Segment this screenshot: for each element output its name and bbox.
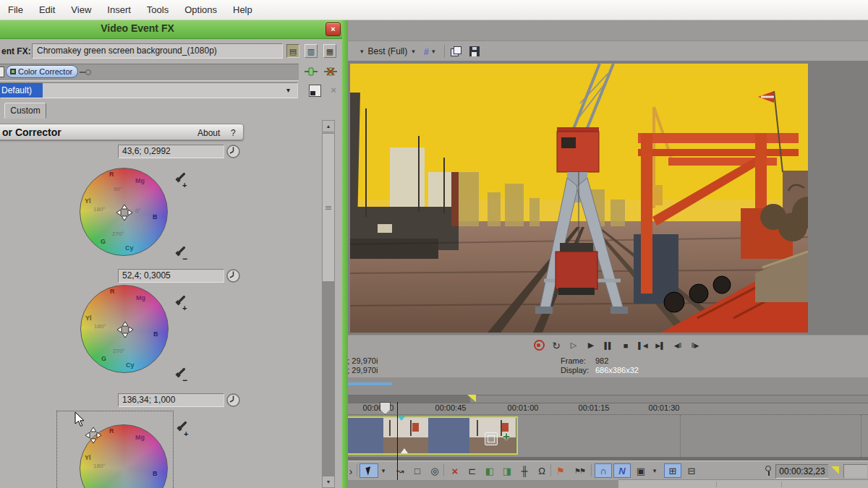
scrollbar-thumb[interactable] [322,133,335,282]
record-button[interactable] [531,338,548,353]
play-button[interactable]: ▶ [583,338,600,353]
wheel-crosshair[interactable] [116,321,134,338]
layout-two-column-button[interactable]: ▥ [305,44,318,58]
quality-dropdown-icon[interactable]: ▾ [409,48,418,55]
play-from-start-button[interactable]: ▷ [566,338,582,353]
mid-color-wheel[interactable]: R Mg B Cy G Yl 180° 270° [80,285,169,373]
lock-envelopes-button[interactable]: N [613,463,631,478]
delete-preset-button[interactable]: × [327,83,340,98]
dialog-titlebar[interactable]: Video Event FX × [0,20,342,39]
go-to-start-button[interactable]: ▌◀ [635,338,652,353]
enable-snapping-button[interactable]: ∩ [595,463,612,478]
low-wheel-value-field[interactable]: 43,6; 0,2992 [118,145,224,158]
layout-three-column-button[interactable]: ▦ [323,44,336,58]
tab-custom[interactable]: Custom [4,103,46,119]
lock-event-button[interactable]: Ω [534,463,550,478]
wheel-degree-180: 180° [93,463,106,469]
fade-handle[interactable] [401,448,408,453]
low-color-wheel[interactable]: R Mg B Cy G Yl 90° 180° 0° 270° [80,168,168,256]
plugin-header-title: or Corrector [2,127,61,138]
menu-view[interactable]: View [63,4,99,15]
add-plugin-button[interactable] [303,64,318,79]
save-snapshot-icon[interactable] [469,46,480,56]
delete-button[interactable]: × [447,463,463,478]
wheel-degree-0: 0° [135,207,141,214]
mid-eyedropper-subtract[interactable]: − [172,366,188,385]
ignore-event-grouping-button[interactable]: ⊞ [664,463,681,478]
split-button[interactable]: ╫ [516,463,532,478]
help-button[interactable]: ? [231,128,236,138]
trim-end-button[interactable]: ◨ [499,463,515,478]
wheel-crosshair[interactable] [116,204,133,221]
preset-selected-text[interactable]: Default) [0,83,43,98]
stop-button[interactable]: ■ [618,338,634,353]
marker-tool-button[interactable] [762,463,774,478]
low-eyedropper-subtract[interactable]: − [172,244,188,263]
high-wheel-value-field[interactable]: 136,34; 1,000 [118,393,224,407]
video-event-clip[interactable]: + [340,416,518,455]
wheel-crosshair[interactable] [85,427,102,444]
copy-snapshot-icon[interactable] [451,46,462,56]
event-pan-crop-button[interactable] [485,432,498,445]
scroll-down-button[interactable]: ▼ [322,476,335,488]
paste-event-attributes-button[interactable]: ▣ [632,463,650,478]
plugin-enable-checkbox[interactable] [0,67,4,77]
envelope-edit-tool-button[interactable]: ↝ [392,463,408,478]
high-reset-clock-button[interactable] [226,393,241,408]
scrollbar-track[interactable] [322,282,335,476]
plugin-header-bar: or Corrector About ? [0,124,244,140]
pause-button[interactable]: ▌▌ [600,338,617,353]
mid-eyedropper-add[interactable]: + [172,294,188,312]
dialog-scrollbar[interactable]: ▲ ▼ [322,120,335,488]
menu-file[interactable]: File [0,4,31,15]
layout-one-column-button[interactable]: ▤ [286,44,299,58]
overlays-grid-icon[interactable]: # [424,46,429,57]
menu-help[interactable]: Help [225,4,260,15]
next-frame-button[interactable]: ‖▶ [687,338,704,353]
insert-marker-button[interactable]: ⚑ [554,463,567,478]
zoom-edit-tool-button[interactable]: ◎ [427,463,443,478]
mid-wheel-value-field[interactable]: 52,4; 0,3005 [118,269,224,283]
edit-cursor[interactable] [397,402,398,480]
overlays-dropdown-icon[interactable]: ▾ [429,48,438,55]
remove-plugin-button[interactable] [323,64,338,79]
selection-length-field[interactable] [843,464,867,478]
cursor-time-display[interactable]: 00:00:32,23 [775,464,828,479]
separator [550,464,551,476]
preview-quality-selector[interactable]: Best (Full) [367,46,409,56]
ungroup-button[interactable]: ⊟ [683,463,700,478]
menu-options[interactable]: Options [176,4,225,15]
trim-start-button[interactable]: ◧ [482,463,498,478]
mid-reset-clock-button[interactable] [226,268,241,283]
about-button[interactable]: About [197,128,220,138]
high-eyedropper-add[interactable]: + [174,419,190,438]
menu-edit[interactable]: Edit [31,4,63,15]
edit-tool-dropdown[interactable]: ▾ [379,463,388,478]
low-reset-clock-button[interactable] [226,144,241,159]
plugin-chain-item[interactable]: Color Corrector [6,65,78,78]
trim-button[interactable]: ⊏ [464,463,480,478]
close-button[interactable]: × [326,22,341,36]
wheel-degree-90: 90° [114,186,122,192]
scroll-up-button[interactable]: ▲ [322,120,335,132]
loop-region-end-marker[interactable] [467,395,476,402]
grid-line [861,415,861,457]
preset-dropdown-icon[interactable]: ▾ [286,86,290,94]
selection-edit-tool-button[interactable]: □ [409,463,425,478]
menu-tools[interactable]: Tools [139,4,176,15]
preview-status-bar: 32; 29,970i 32; 29,970i Frame: 982 Displ… [337,355,868,377]
insert-region-button[interactable]: ⚑⚑ [570,463,589,478]
normal-edit-tool-button[interactable] [359,463,378,478]
loop-playback-button[interactable]: ↻ [548,338,565,353]
go-to-end-button[interactable]: ▶▌ [652,338,669,353]
paste-dropdown[interactable]: ▾ [650,463,659,478]
save-preset-icon[interactable] [309,85,321,97]
event-fx-button[interactable]: + [500,430,513,443]
previous-frame-button[interactable]: ◀‖ [670,338,686,353]
timeline-scroll-indicator[interactable] [347,382,392,385]
low-eyedropper-add[interactable]: + [172,171,188,189]
menu-insert[interactable]: Insert [99,4,139,15]
project-dropdown-icon[interactable]: ▾ [357,48,367,55]
preset-combobox[interactable] [0,82,298,98]
separator [591,464,592,476]
